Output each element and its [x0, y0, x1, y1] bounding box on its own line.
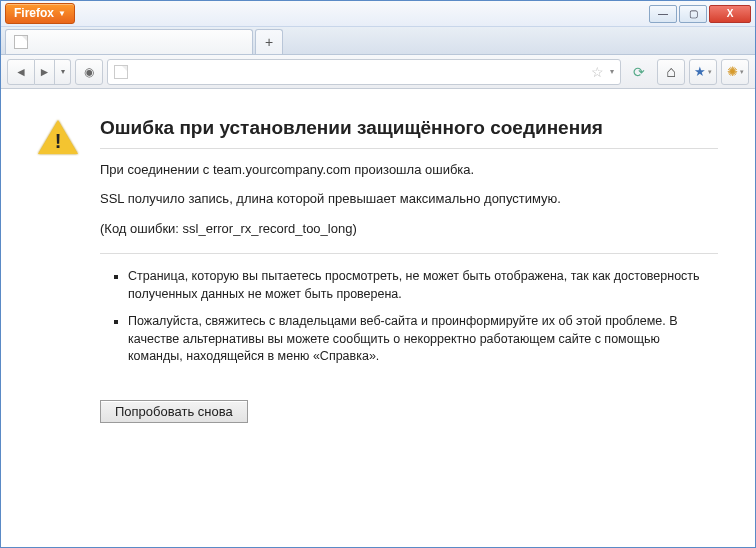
back-button[interactable]: ◄	[7, 59, 35, 85]
feed-icon	[727, 64, 738, 79]
close-button[interactable]: X	[709, 5, 751, 23]
history-dropdown-button[interactable]: ▾	[55, 59, 71, 85]
forward-arrow-icon: ►	[39, 65, 51, 79]
reload-button[interactable]	[625, 59, 653, 85]
page-content: Ошибка при установлении защищённого соед…	[2, 90, 754, 546]
target-icon: ◉	[84, 65, 94, 79]
maximize-icon: ▢	[689, 8, 698, 19]
error-line-2: SSL получило запись, длина которой превы…	[100, 190, 718, 208]
star-icon[interactable]: ☆	[591, 64, 604, 80]
chevron-down-icon[interactable]: ▾	[610, 67, 614, 76]
home-icon	[666, 63, 676, 81]
page-icon	[114, 65, 128, 79]
chevron-down-icon: ▼	[58, 9, 66, 18]
url-bar[interactable]: ☆ ▾	[107, 59, 621, 85]
browser-tab[interactable]	[5, 29, 253, 54]
forward-button[interactable]: ►	[35, 59, 55, 85]
toolbar-right-group: ★▾ ▾	[657, 59, 749, 85]
navigation-toolbar: ◄ ► ▾ ◉ ☆ ▾ ★▾ ▾	[1, 55, 755, 89]
back-arrow-icon: ◄	[15, 65, 27, 79]
error-detail-item: Страница, которую вы пытаетесь просмотре…	[128, 268, 712, 303]
window-titlebar: Firefox ▼ — ▢ X	[1, 1, 755, 27]
tab-strip: +	[1, 27, 755, 55]
error-line-1: При соединении с team.yourcompany.com пр…	[100, 161, 718, 179]
bookmark-panel-button[interactable]: ◉	[75, 59, 103, 85]
chevron-down-icon: ▾	[61, 67, 65, 76]
reload-icon	[633, 64, 645, 80]
firefox-menu-label: Firefox	[14, 6, 54, 20]
chevron-down-icon: ▾	[708, 68, 712, 76]
error-body: Ошибка при установлении защищённого соед…	[100, 116, 718, 423]
firefox-menu-button[interactable]: Firefox ▼	[5, 3, 75, 24]
error-title: Ошибка при установлении защищённого соед…	[100, 116, 718, 149]
error-code: (Код ошибки: ssl_error_rx_record_too_lon…	[100, 220, 718, 238]
home-button[interactable]	[657, 59, 685, 85]
error-details-list: Страница, которую вы пытаетесь просмотре…	[100, 253, 718, 382]
page-icon	[14, 35, 28, 49]
feed-button[interactable]: ▾	[721, 59, 749, 85]
close-icon: X	[727, 8, 734, 19]
window-controls: — ▢ X	[649, 5, 751, 23]
new-tab-button[interactable]: +	[255, 29, 283, 54]
maximize-button[interactable]: ▢	[679, 5, 707, 23]
bookmarks-menu-button[interactable]: ★▾	[689, 59, 717, 85]
retry-button[interactable]: Попробовать снова	[100, 400, 248, 423]
chevron-down-icon: ▾	[740, 68, 744, 76]
minimize-button[interactable]: —	[649, 5, 677, 23]
back-forward-group: ◄ ► ▾	[7, 59, 71, 85]
error-container: Ошибка при установлении защищённого соед…	[38, 116, 718, 423]
warning-icon	[38, 120, 78, 156]
minimize-icon: —	[658, 8, 668, 19]
plus-icon: +	[265, 34, 273, 50]
error-detail-item: Пожалуйста, свяжитесь с владельцами веб-…	[128, 313, 712, 366]
bookmark-star-icon: ★	[694, 64, 706, 79]
